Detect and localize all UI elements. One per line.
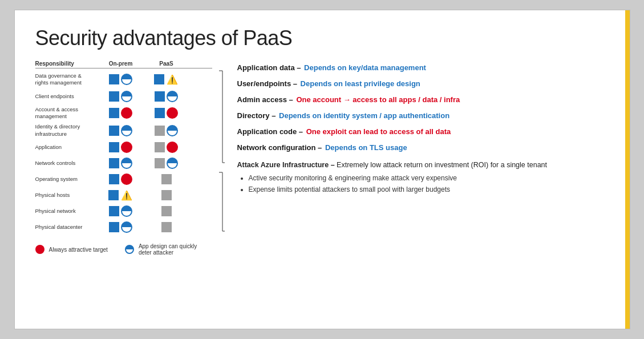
red-circle-icon — [167, 107, 178, 119]
blue-half-icon — [121, 74, 132, 85]
right-row-value: Depends on identity system / app authent… — [279, 111, 449, 122]
right-row-adminaccess: Admin access – One account → access to a… — [237, 92, 609, 108]
legend-item-blue: App design can quicklydeter attacker — [125, 243, 197, 256]
gray-sq-icon — [161, 206, 172, 216]
bracket-svg — [212, 63, 226, 280]
right-row-value: Depends on key/data management — [304, 63, 426, 74]
right-row-value: Depends on TLS usage — [325, 143, 407, 154]
icons-paas — [144, 125, 189, 136]
icons-onprem — [98, 173, 144, 185]
attack-section: Attack Azure Infrastructure – Extremely … — [237, 160, 609, 195]
gray-sq-icon — [155, 126, 165, 136]
right-content: Application data – Depends on key/data m… — [226, 60, 609, 280]
icons-paas — [144, 91, 189, 102]
icons-onprem — [98, 74, 144, 85]
table-row: Data governance & rights management ⚠️ — [35, 71, 212, 88]
row-label: Data governance & rights management — [35, 72, 98, 87]
gray-sq-icon — [161, 174, 172, 184]
blue-sq-icon — [109, 158, 119, 168]
responsibility-table: Responsibility On-prem PaaS Data governa… — [35, 60, 212, 280]
icons-onprem — [98, 142, 144, 153]
icons-paas — [144, 222, 189, 232]
warning-icon: ⚠️ — [166, 73, 179, 86]
icons-onprem — [98, 205, 144, 217]
legend-item-red: Always attractive target — [35, 245, 108, 254]
col-paas-header: PaaS — [144, 60, 189, 67]
blue-half-icon — [121, 125, 132, 136]
legend-red-label: Always attractive target — [49, 247, 108, 253]
row-label: Account & access management — [35, 106, 98, 120]
attack-title-normal: Extremely low attack return on investmen… — [337, 161, 547, 169]
attack-title-bold: Attack Azure Infrastructure – — [237, 161, 335, 169]
table-row: Physical network — [35, 203, 212, 219]
blue-sq-icon — [109, 206, 119, 216]
row-label: Operating system — [35, 176, 98, 183]
table-row: Physical datacenter — [35, 219, 212, 235]
blue-sq-icon — [109, 222, 119, 232]
right-row-appcode: Application code – One exploit can lead … — [237, 124, 609, 140]
blue-half-icon — [167, 125, 178, 136]
gray-sq-icon — [161, 190, 172, 200]
content-area: Responsibility On-prem PaaS Data governa… — [35, 60, 609, 280]
bullet-item: Expense limits potential attackers to sm… — [249, 184, 609, 195]
legend-red-circle-icon — [35, 245, 44, 254]
icons-paas — [144, 174, 189, 184]
right-row-label: Network configuration – — [237, 143, 324, 154]
red-circle-icon — [121, 107, 132, 119]
gray-sq-icon — [161, 222, 172, 232]
table-row: Application — [35, 139, 212, 155]
red-circle-icon — [167, 142, 178, 153]
row-label: Physical datacenter — [35, 224, 98, 231]
red-circle-icon — [121, 142, 132, 153]
icons-paas: ⚠️ — [144, 73, 189, 86]
red-circle-icon — [121, 173, 132, 185]
blue-sq-icon — [109, 108, 119, 118]
legend: Always attractive target App design can … — [35, 243, 212, 256]
table-row: Physical hosts ⚠️ — [35, 187, 212, 203]
icons-paas — [144, 190, 189, 200]
row-label: Client endpoints — [35, 93, 98, 100]
icons-paas — [144, 158, 189, 169]
right-row-label: User/endpoints – — [237, 79, 299, 90]
blue-sq-icon — [155, 91, 165, 102]
attack-bullet-list: Active security monitoring & engineering… — [237, 173, 609, 195]
blue-sq-icon — [154, 74, 164, 84]
table-row: Client endpoints — [35, 88, 212, 104]
right-row-label: Application code – — [237, 127, 305, 138]
blue-half-icon — [121, 91, 132, 102]
col-onprem-header: On-prem — [98, 60, 144, 67]
icons-onprem — [98, 158, 144, 169]
right-row-netconfig: Network configuration – Depends on TLS u… — [237, 140, 609, 156]
blue-sq-icon — [108, 190, 119, 200]
right-row-label: Application data – — [237, 63, 303, 74]
right-row-label: Admin access – — [237, 95, 295, 106]
row-label: Identity & directory infrastructure — [35, 123, 98, 138]
icons-onprem: ⚠️ — [98, 189, 144, 201]
row-label: Application — [35, 144, 98, 151]
table-row: Network controls — [35, 155, 212, 171]
blue-half-icon — [121, 221, 132, 233]
slide: Security advantages of PaaS Responsibili… — [14, 10, 630, 329]
blue-sq-icon — [109, 174, 119, 184]
icons-onprem — [98, 91, 144, 102]
right-row-value: One exploit can lead to access of all da… — [306, 127, 451, 138]
table-row: Account & access management — [35, 104, 212, 122]
gray-sq-icon — [155, 158, 165, 168]
side-bar-decoration — [625, 10, 630, 329]
icons-onprem — [98, 107, 144, 119]
table-row: Identity & directory infrastructure — [35, 122, 212, 139]
right-row-appdata: Application data – Depends on key/data m… — [237, 60, 609, 76]
table-header: Responsibility On-prem PaaS — [35, 60, 212, 68]
gray-sq-icon — [155, 142, 165, 152]
blue-sq-icon — [155, 108, 165, 118]
warning-icon: ⚠️ — [120, 189, 133, 201]
blue-half-icon — [167, 91, 178, 102]
blue-sq-icon — [109, 142, 119, 152]
bullet-item: Active security monitoring & engineering… — [249, 173, 609, 183]
right-row-userendpoints: User/endpoints – Depends on least privil… — [237, 76, 609, 92]
icons-paas — [144, 107, 189, 119]
blue-sq-icon — [109, 74, 119, 84]
icons-paas — [144, 142, 189, 153]
row-label: Network controls — [35, 160, 98, 167]
attack-title-para: Attack Azure Infrastructure – Extremely … — [237, 160, 609, 171]
